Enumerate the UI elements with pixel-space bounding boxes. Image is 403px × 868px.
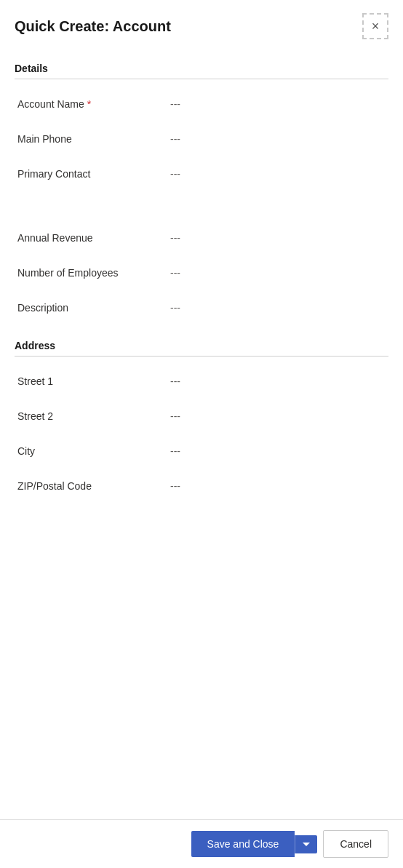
value-main-phone: --- — [170, 133, 180, 145]
field-city[interactable]: City --- — [15, 434, 388, 469]
field-number-of-employees[interactable]: Number of Employees --- — [15, 255, 388, 290]
value-annual-revenue: --- — [170, 232, 180, 244]
label-main-phone: Main Phone — [17, 133, 163, 145]
save-close-button[interactable]: Save and Close — [191, 831, 295, 857]
details-section: Details Account Name * --- Main Phone --… — [15, 63, 388, 325]
field-main-phone[interactable]: Main Phone --- — [15, 122, 388, 156]
label-number-of-employees: Number of Employees — [17, 267, 163, 279]
field-account-name[interactable]: Account Name * --- — [15, 87, 388, 122]
value-street-1: --- — [170, 375, 180, 387]
value-account-name: --- — [170, 98, 180, 110]
close-button[interactable]: × — [362, 13, 388, 39]
value-zip-postal-code: --- — [170, 480, 180, 492]
required-star-account-name: * — [87, 98, 91, 110]
value-street-2: --- — [170, 410, 180, 422]
field-annual-revenue[interactable]: Annual Revenue --- — [15, 220, 388, 255]
details-section-header: Details — [15, 63, 388, 74]
modal-header: Quick Create: Account × — [0, 0, 403, 48]
label-street-1: Street 1 — [17, 375, 163, 387]
address-divider — [15, 356, 388, 357]
modal-body: Details Account Name * --- Main Phone --… — [0, 48, 403, 819]
field-description[interactable]: Description --- — [15, 290, 388, 325]
value-primary-contact: --- — [170, 168, 180, 180]
bottom-spacer — [15, 503, 388, 707]
label-zip-postal-code: ZIP/Postal Code — [17, 480, 163, 492]
field-street-2[interactable]: Street 2 --- — [15, 399, 388, 434]
field-street-1[interactable]: Street 1 --- — [15, 364, 388, 399]
label-street-2: Street 2 — [17, 410, 163, 422]
label-account-name: Account Name * — [17, 98, 163, 110]
chevron-down-icon — [303, 843, 310, 846]
label-annual-revenue: Annual Revenue — [17, 232, 163, 244]
value-number-of-employees: --- — [170, 267, 180, 279]
cancel-button[interactable]: Cancel — [323, 830, 388, 858]
label-description: Description — [17, 302, 163, 314]
field-primary-contact[interactable]: Primary Contact --- — [15, 156, 388, 191]
details-divider — [15, 79, 388, 79]
modal-footer: Save and Close Cancel — [0, 819, 403, 868]
save-close-dropdown-button[interactable] — [295, 835, 317, 853]
value-description: --- — [170, 302, 180, 314]
field-zip-postal-code[interactable]: ZIP/Postal Code --- — [15, 469, 388, 503]
value-city: --- — [170, 445, 180, 457]
spacer-details — [15, 191, 388, 220]
quick-create-modal: Quick Create: Account × Details Account … — [0, 0, 403, 868]
address-section-header: Address — [15, 340, 388, 351]
label-primary-contact: Primary Contact — [17, 168, 163, 180]
modal-title: Quick Create: Account — [15, 18, 171, 35]
address-section: Address Street 1 --- Street 2 --- City -… — [15, 340, 388, 503]
label-city: City — [17, 445, 163, 457]
